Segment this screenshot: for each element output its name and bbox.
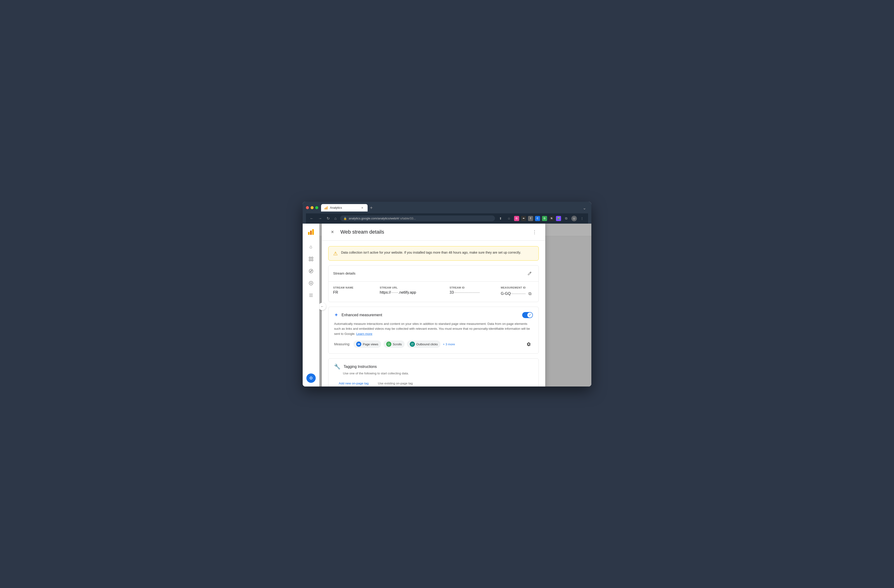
sidebar-bottom: ⚙ — [307, 374, 316, 386]
more-events-link[interactable]: + 3 more — [443, 342, 455, 346]
stream-details-card: Stream details — [328, 265, 539, 302]
sidebar-item-home[interactable]: ⌂ — [305, 241, 317, 252]
measurement-id-value: G-GQ———— — [501, 291, 526, 296]
traffic-lights — [306, 206, 318, 209]
stream-name-label: STREAM NAME — [333, 286, 375, 289]
active-tab[interactable]: Analytics × — [321, 204, 368, 211]
tab-bar: Analytics × + ⌄ — [321, 204, 588, 211]
explore-icon — [308, 268, 314, 274]
forward-nav-button[interactable]: → — [317, 216, 323, 221]
back-nav-button[interactable]: ← — [309, 216, 315, 221]
new-tab-button[interactable]: + — [368, 204, 375, 211]
measuring-row: Measuring: Page views — [334, 340, 533, 348]
more-button[interactable]: ⋮ — [579, 215, 585, 222]
modal-close-button[interactable]: × — [328, 228, 337, 236]
stream-details-card-body: STREAM NAME FR STREAM URL https://——.net… — [329, 282, 539, 302]
modal-panel: × Web stream details ⋮ ⚠ Data collection… — [322, 224, 545, 386]
svg-point-7 — [309, 269, 313, 273]
browser-titlebar: Analytics × + ⌄ ← → ↻ ⌂ 🔒 analytics.goog… — [303, 202, 591, 224]
scroll-icon — [387, 343, 390, 345]
logo-bar-2 — [310, 231, 312, 235]
page-views-label: Page views — [363, 342, 378, 346]
tagging-header: 🔧 Tagging Instructions — [334, 364, 533, 370]
stream-details-edit-button[interactable] — [526, 269, 534, 277]
logo-bar-1 — [308, 232, 310, 235]
extension-icon-4[interactable]: C — [535, 216, 540, 221]
measuring-label: Measuring: — [334, 342, 350, 346]
toggle-check-icon: ✓ — [529, 314, 531, 317]
extension-icon-7[interactable]: 🧩 — [556, 216, 561, 221]
tagging-description: Use one of the following to start collec… — [343, 372, 533, 375]
outbound-clicks-chip[interactable]: Outbound clicks — [407, 341, 441, 348]
warning-banner: ⚠ Data collection isn't active for your … — [328, 246, 539, 261]
extension-icon-1[interactable]: G — [514, 216, 519, 221]
outbound-clicks-icon — [410, 342, 415, 347]
extension-icon-3[interactable]: f — [528, 216, 533, 221]
outbound-icon — [411, 343, 414, 345]
tab-favicon-icon — [324, 206, 328, 210]
outbound-clicks-label: Outbound clicks — [416, 342, 438, 346]
close-traffic-light[interactable] — [306, 206, 309, 209]
sparkles-icon: ✦ — [334, 312, 338, 318]
refresh-nav-button[interactable]: ↻ — [325, 216, 331, 221]
split-view-button[interactable]: ⧉ — [563, 215, 569, 222]
share-button[interactable]: ⬆ — [497, 215, 504, 222]
copy-button[interactable]: ⧉ — [527, 290, 532, 297]
svg-rect-6 — [311, 259, 313, 261]
sidebar-item-configure[interactable] — [305, 290, 317, 301]
extension-icon-6[interactable]: N — [549, 216, 554, 221]
enhanced-measurement-title: Enhanced measurement — [341, 313, 382, 317]
svg-rect-3 — [309, 257, 310, 258]
browser-actions: ⬆ ☆ G ✒ f C G N 🧩 ⧉ U ⋮ — [497, 215, 585, 222]
main-content: Analytics AD ← × Web stream details — [319, 224, 591, 386]
scrolls-label: Scrolls — [393, 342, 402, 346]
toggle-track: ✓ — [522, 312, 533, 318]
stream-id-field: STREAM ID 33——————— — [450, 286, 496, 295]
scrolls-chip[interactable]: Scrolls — [384, 341, 405, 348]
page-views-icon — [356, 342, 361, 347]
enhanced-measurement-toggle[interactable]: ✓ — [522, 312, 533, 318]
svg-rect-2 — [327, 207, 328, 210]
tab-add-new-tag[interactable]: Add new on-page tag — [334, 379, 373, 386]
stream-name-field: STREAM NAME FR — [333, 286, 375, 295]
home-nav-button[interactable]: ⌂ — [333, 216, 338, 221]
enhanced-measurement-settings-button[interactable] — [524, 340, 533, 348]
stream-url-field: STREAM URL https://——.netlify.app — [380, 286, 445, 295]
stream-id-value: 33——————— — [450, 290, 496, 295]
page-views-chip[interactable]: Page views — [353, 341, 381, 348]
svg-rect-4 — [311, 257, 313, 258]
stream-name-value: FR — [333, 290, 375, 295]
scrolls-icon — [386, 342, 391, 347]
tab-menu-button[interactable]: ⌄ — [581, 205, 588, 211]
tagging-instructions-title: Tagging Instructions — [344, 365, 377, 369]
browser-controls: Analytics × + ⌄ — [306, 204, 588, 211]
modal-menu-button[interactable]: ⋮ — [530, 228, 539, 236]
svg-rect-5 — [309, 259, 310, 261]
maximize-traffic-light[interactable] — [315, 206, 318, 209]
tab-close-button[interactable]: × — [360, 206, 364, 210]
settings-button[interactable]: ⚙ — [307, 374, 316, 383]
stream-details-card-header: Stream details — [329, 265, 539, 282]
sidebar-item-explore[interactable] — [305, 265, 317, 277]
warning-text: Data collection isn't active for your we… — [341, 250, 521, 255]
extension-icon-5[interactable]: G — [542, 216, 547, 221]
url-input[interactable]: 🔒 analytics.google.com/analytics/web/#/ … — [340, 216, 495, 221]
sidebar-item-advertising[interactable] — [305, 277, 317, 289]
tab-use-existing-tag[interactable]: Use existing on-page tag — [373, 379, 417, 386]
address-bar-container: ← → ↻ ⌂ 🔒 analytics.google.com/analytics… — [306, 213, 588, 224]
back-button[interactable]: ← — [319, 303, 326, 310]
learn-more-link[interactable]: Learn more — [356, 332, 372, 336]
sidebar-item-reports[interactable] — [305, 253, 317, 265]
sidebar-logo — [303, 224, 319, 240]
sidebar-nav: ⌂ — [305, 240, 317, 374]
url-suffix: s/table/33... — [400, 217, 416, 220]
modal-header: × Web stream details ⋮ — [322, 224, 545, 241]
extension-icon-2[interactable]: ✒ — [521, 216, 526, 221]
profile-button[interactable]: U — [571, 216, 577, 221]
gear-icon — [526, 342, 531, 347]
warning-icon: ⚠ — [333, 250, 338, 257]
advertising-icon — [308, 280, 314, 286]
minimize-traffic-light[interactable] — [311, 206, 314, 209]
bookmark-button[interactable]: ☆ — [506, 215, 512, 222]
edit-icon — [527, 271, 532, 276]
